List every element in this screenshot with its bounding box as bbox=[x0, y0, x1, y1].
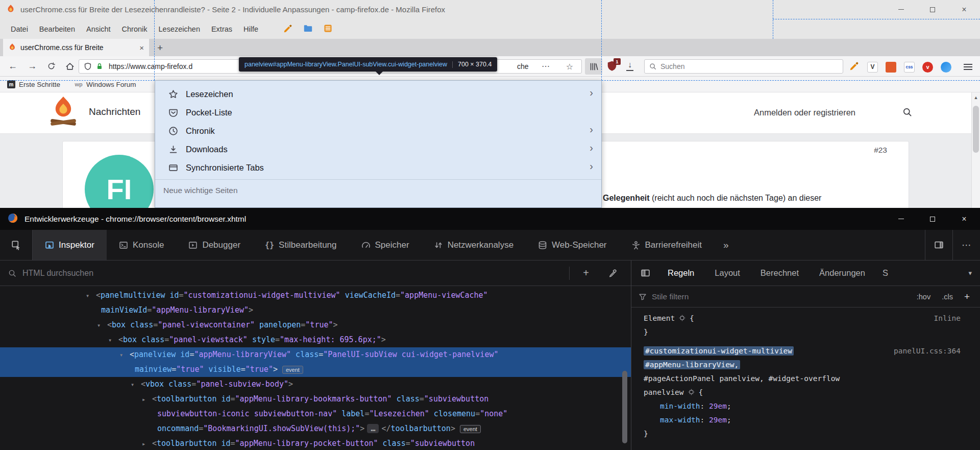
selector-text[interactable]: panelview bbox=[644, 388, 684, 396]
markup-node-line[interactable]: ▸<toolbarbutton id="appMenu-library-book… bbox=[0, 392, 631, 407]
sidebar-tab-berechnet[interactable]: Berechnet bbox=[750, 260, 809, 286]
devtools-maximize-button[interactable] bbox=[917, 208, 948, 230]
devtools-tab-speicher[interactable]: Speicher bbox=[349, 230, 422, 260]
markup-node-line[interactable]: mainview="true" visible="true">event bbox=[0, 362, 631, 377]
rule-selector-line[interactable]: #customizationui-widget-multiviewpanelUI… bbox=[644, 344, 980, 358]
library-item-lesezeichen[interactable]: Lesezeichen› bbox=[155, 85, 601, 103]
devtools-close-button[interactable]: × bbox=[948, 208, 980, 230]
collapsed-children-badge[interactable]: … bbox=[367, 424, 379, 433]
markup-node-line[interactable]: ▾<box class="panel-viewcontainer" panelo… bbox=[0, 318, 631, 333]
twisty-icon[interactable]: ▾ bbox=[86, 289, 96, 303]
devtools-tab-netzwerkanalyse[interactable]: Netzwerkanalyse bbox=[422, 230, 526, 260]
twisty-icon[interactable]: ▾ bbox=[97, 318, 107, 333]
event-badge[interactable]: event bbox=[282, 366, 303, 374]
search-input[interactable] bbox=[660, 62, 838, 70]
sidebar-tab-s[interactable]: S bbox=[875, 260, 890, 286]
rule-selector-line[interactable]: Element{Inline bbox=[644, 312, 980, 325]
twisty-icon[interactable]: ▾ bbox=[131, 377, 141, 392]
extension-button-1-icon[interactable] bbox=[849, 61, 860, 73]
menubar-item-chronik[interactable]: Chronik bbox=[116, 19, 153, 39]
markup-node-line[interactable]: ▸<toolbarbutton id="appMenu-library-pock… bbox=[0, 436, 631, 450]
hamburger-menu-button[interactable] bbox=[964, 62, 972, 72]
sidebar-tab-layout[interactable]: Layout bbox=[704, 260, 750, 286]
tab-active[interactable]: userChrome.css für Breite × bbox=[3, 39, 149, 56]
css-declaration[interactable]: min-width: 29em; bbox=[644, 399, 980, 413]
close-button[interactable]: × bbox=[948, 0, 980, 19]
rule-origin-link[interactable]: panelUI.css:364 bbox=[894, 344, 961, 358]
selector-text[interactable]: #pageActionPanel panelview, #widget-over… bbox=[644, 374, 840, 383]
site-search-icon[interactable] bbox=[902, 107, 912, 117]
scrollbar-thumb[interactable] bbox=[973, 106, 979, 153]
css-declaration[interactable]: max-width: 29em; bbox=[644, 413, 980, 427]
apps-icon[interactable] bbox=[323, 23, 333, 35]
extension-button-6-icon[interactable] bbox=[941, 62, 951, 73]
page-scrollbar[interactable]: ▲ bbox=[971, 92, 980, 208]
extension-button-3-icon[interactable] bbox=[886, 62, 896, 73]
extension-button-4-icon[interactable]: css bbox=[904, 62, 915, 73]
rule-origin-link[interactable]: Inline bbox=[934, 312, 961, 325]
markup-node-line[interactable]: subviewbutton-iconic subviewbutton-nav" … bbox=[0, 407, 631, 421]
class-button[interactable]: .cls bbox=[939, 292, 956, 302]
markup-node-line[interactable]: mainViewId="appMenu-libraryView"> bbox=[0, 303, 631, 318]
bookmark-erste-schritte[interactable]: mErste Schritte bbox=[7, 80, 60, 88]
lock-icon[interactable] bbox=[95, 62, 104, 70]
markup-node-line[interactable]: ▾<box class="panel-viewstack" style="max… bbox=[0, 333, 631, 347]
extension-button-5-icon[interactable]: v bbox=[922, 62, 933, 73]
devtools-tab-stilbearbeitung[interactable]: {}Stilbearbeitung bbox=[253, 230, 349, 260]
library-item-downloads[interactable]: Downloads› bbox=[155, 140, 601, 158]
sidebar-overflow-icon[interactable]: ▾ bbox=[968, 269, 975, 277]
property-value[interactable]: 29em bbox=[709, 402, 727, 410]
html-search-input[interactable] bbox=[22, 269, 563, 278]
twisty-icon[interactable]: ▾ bbox=[108, 333, 118, 348]
pencil-icon[interactable] bbox=[283, 23, 293, 35]
markup-node-line[interactable]: ▾<vbox class="panel-subview-body"> bbox=[0, 377, 631, 392]
search-bar[interactable] bbox=[644, 59, 843, 74]
menubar-item-datei[interactable]: Datei bbox=[5, 19, 34, 39]
user-avatar[interactable]: FI bbox=[85, 155, 154, 208]
page-actions-icon[interactable]: ⋯ bbox=[542, 61, 550, 71]
style-filter-input[interactable] bbox=[652, 292, 909, 301]
library-item-chronik[interactable]: Chronik› bbox=[155, 122, 601, 140]
markup-node-line[interactable]: oncommand="BookmarkingUI.showSubView(thi… bbox=[0, 421, 631, 436]
rule-selector-line[interactable]: #pageActionPanel panelview, #widget-over… bbox=[644, 372, 980, 386]
devtools-tab-web-speicher[interactable]: Web-Speicher bbox=[526, 230, 619, 260]
rule-selector-line[interactable]: panelview{ bbox=[644, 386, 980, 399]
post-number-link[interactable]: #23 bbox=[874, 146, 887, 155]
menubar-item-lesezeichen[interactable]: Lesezeichen bbox=[153, 19, 206, 39]
extension-button-2-icon[interactable]: V bbox=[867, 62, 878, 73]
library-item-synchronisierte-tabs[interactable]: Synchronisierte Tabs› bbox=[155, 158, 601, 177]
back-button[interactable]: ← bbox=[8, 61, 17, 72]
devtools-tab-konsole[interactable]: Konsole bbox=[107, 230, 176, 260]
markup-node-line[interactable]: ▾<panelview id="appMenu-libraryView" cla… bbox=[0, 347, 631, 362]
add-rule-button[interactable]: + bbox=[961, 291, 973, 302]
rule-selector-line[interactable]: #appMenu-libraryView, bbox=[644, 358, 980, 372]
sidebar-tab-regeln[interactable]: Regeln bbox=[657, 260, 704, 286]
twisty-icon[interactable]: ▾ bbox=[119, 348, 130, 363]
folder-icon[interactable] bbox=[303, 23, 313, 35]
property-name[interactable]: min-width bbox=[660, 402, 700, 410]
devtools-tab-inspektor[interactable]: Inspektor bbox=[33, 230, 107, 260]
selector-highlighter-icon[interactable] bbox=[688, 389, 695, 395]
pseudo-class-button[interactable]: :hov bbox=[914, 292, 934, 302]
sidebar-tab-nderungen[interactable]: Änderungen bbox=[809, 260, 875, 286]
minimize-button[interactable] bbox=[885, 0, 917, 19]
downloads-button[interactable]: ↓ bbox=[628, 60, 632, 69]
more-tabs-button[interactable]: » bbox=[714, 230, 738, 260]
node-picker-button[interactable] bbox=[0, 230, 33, 260]
twisty-icon[interactable]: ▸ bbox=[142, 437, 152, 450]
devtools-minimize-button[interactable] bbox=[885, 208, 917, 230]
selector-text[interactable]: Element bbox=[644, 314, 675, 322]
add-node-button[interactable]: + bbox=[576, 267, 596, 279]
three-pane-toggle-icon[interactable] bbox=[641, 268, 650, 278]
menubar-item-extras[interactable]: Extras bbox=[206, 19, 238, 39]
home-button[interactable] bbox=[65, 62, 75, 71]
menubar-item-hilfe[interactable]: Hilfe bbox=[238, 19, 264, 39]
site-nav-link[interactable]: Nachrichten bbox=[89, 106, 140, 117]
property-value[interactable]: 29em bbox=[709, 416, 727, 424]
bookmark-star-icon[interactable]: ☆ bbox=[566, 62, 573, 72]
eyedropper-icon[interactable] bbox=[602, 269, 623, 277]
ublock-extension-icon[interactable]: 1 bbox=[606, 60, 620, 73]
selector-highlighter-icon[interactable] bbox=[679, 315, 685, 321]
dock-options-icon[interactable] bbox=[925, 230, 952, 260]
maximize-button[interactable] bbox=[917, 0, 948, 19]
